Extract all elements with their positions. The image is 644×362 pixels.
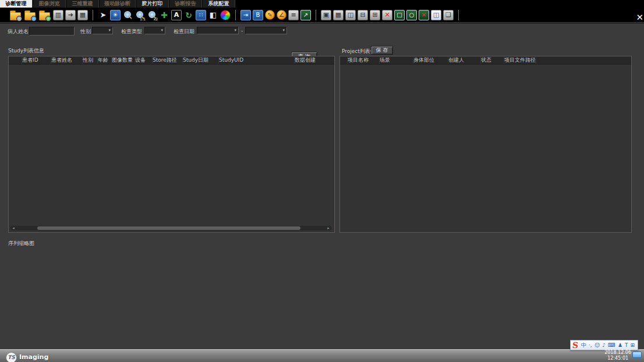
chevron-down-icon: ▾ bbox=[282, 29, 285, 33]
column-creator[interactable]: 创建人 bbox=[448, 56, 480, 64]
grid-2x2-icon[interactable]: ⊞ bbox=[370, 10, 380, 20]
roi-delete-icon[interactable]: ✕ bbox=[419, 10, 429, 20]
exam-date-start-select[interactable]: ▾ bbox=[197, 27, 239, 34]
column-image-count[interactable]: 图像数量 bbox=[111, 56, 135, 64]
refresh-icon[interactable]: ↻ bbox=[183, 10, 194, 20]
zoom-x2-icon[interactable]: x2 bbox=[147, 10, 157, 20]
study-list-panel: 患者ID 患者姓名 性别 年龄 图像数量 设备 Store路径 Study日期 … bbox=[8, 56, 335, 233]
show-desktop-button[interactable] bbox=[632, 352, 642, 358]
tab-carotid-diagnosis[interactable]: 颈动脉诊断 bbox=[100, 0, 136, 8]
system-time: 12:45:01 bbox=[604, 356, 631, 361]
toolbar-separator bbox=[316, 10, 316, 20]
input-method-bar: S 中 ·, ☺ ♪ ⌨ ♟ T ⊞ bbox=[570, 340, 638, 350]
system-clock[interactable]: 2018.12.06 12:45:01 bbox=[604, 350, 631, 361]
archive-box-icon[interactable]: ▦ bbox=[77, 10, 88, 20]
series-stack-icon[interactable]: ❏ bbox=[443, 10, 454, 20]
tab-film-print[interactable]: 胶片打印 bbox=[136, 0, 169, 8]
gender-label: 性别 bbox=[80, 28, 91, 36]
scrollbar-thumb[interactable] bbox=[37, 226, 300, 230]
tab-3d-reconstruction[interactable]: 三维重建 bbox=[66, 0, 99, 8]
exam-type-select[interactable]: ▾ bbox=[144, 27, 165, 34]
measure-angle-icon[interactable]: ∠ bbox=[277, 10, 286, 20]
open-folder-settings-icon[interactable] bbox=[10, 12, 21, 20]
column-study-date[interactable]: Study日期 bbox=[182, 56, 218, 64]
toolbar-separator bbox=[93, 10, 93, 20]
select-cursor-icon[interactable]: ➤ bbox=[98, 10, 108, 20]
color-palette-icon[interactable] bbox=[220, 10, 231, 20]
chevron-down-icon: ▾ bbox=[234, 29, 236, 33]
measure-draw-icon[interactable]: ✎ bbox=[265, 10, 275, 20]
date-range-separator: - bbox=[241, 28, 243, 34]
import-badge-icon bbox=[45, 16, 51, 22]
copy-document-icon[interactable]: ≡ bbox=[288, 10, 299, 20]
soft-keyboard-icon[interactable]: ⌨ bbox=[608, 341, 615, 349]
text-annotation-icon[interactable]: A bbox=[171, 10, 182, 20]
study-panel-title: Study列表信息 bbox=[8, 47, 44, 55]
vertical-panes-icon[interactable]: ◫ bbox=[431, 10, 441, 20]
column-project-name[interactable]: 项目名称 bbox=[347, 56, 379, 64]
monitor-grid-icon[interactable]: ▣ bbox=[321, 10, 331, 20]
image-list-icon[interactable]: ▥ bbox=[53, 10, 63, 20]
column-status[interactable]: 状态 bbox=[480, 56, 504, 64]
save-button[interactable]: 保 存 bbox=[371, 46, 393, 55]
grid-edit-icon[interactable]: ▦ bbox=[333, 10, 344, 20]
column-gender[interactable]: 性别 bbox=[82, 56, 97, 64]
send-to-monitor-icon[interactable]: ➜ bbox=[65, 10, 76, 20]
display-image-icon[interactable]: ☀ bbox=[110, 10, 121, 20]
study-horizontal-scrollbar[interactable]: ◂ ▸ bbox=[10, 226, 331, 230]
zoom-icon[interactable] bbox=[122, 10, 133, 20]
zoom-1to1-icon[interactable]: 1:1 bbox=[135, 10, 145, 20]
emoji-icon[interactable]: ☺ bbox=[595, 341, 600, 349]
patient-name-input[interactable] bbox=[29, 27, 75, 36]
open-folder-query-icon[interactable] bbox=[24, 12, 36, 20]
gender-select[interactable]: ▾ bbox=[92, 27, 113, 34]
close-icon[interactable]: ✕ bbox=[636, 13, 643, 22]
column-patient-name[interactable]: 患者姓名 bbox=[51, 56, 82, 64]
column-project-file-path[interactable]: 项目文件路径 bbox=[504, 56, 536, 64]
query-form: 病人姓名 性别 ▾ 检查类型 ▾ 检查日期 ▾ - ▾ 查 询 bbox=[0, 26, 644, 37]
taskbar[interactable] bbox=[0, 349, 644, 362]
tab-image-browse[interactable]: 图像浏览 bbox=[33, 0, 66, 8]
column-body-part[interactable]: 身体部位 bbox=[413, 56, 448, 64]
toolbar-separator bbox=[235, 10, 236, 20]
scroll-left-icon[interactable]: ◂ bbox=[10, 226, 16, 230]
search-badge-icon bbox=[31, 16, 37, 22]
toolbar-separator bbox=[458, 10, 459, 20]
tile-layout-icon[interactable]: ∷ bbox=[196, 10, 206, 20]
series-thumbnail-title: 序列缩略图 bbox=[8, 240, 34, 247]
invert-contrast-icon[interactable]: ◧ bbox=[208, 10, 218, 20]
pan-move-icon[interactable]: ✚ bbox=[159, 10, 169, 20]
project-list-panel: 项目名称 场景 身体部位 创建人 状态 项目文件路径 bbox=[339, 56, 632, 233]
toolbox-icon[interactable]: ⊞ bbox=[630, 341, 635, 349]
chinese-mode-icon[interactable]: 中 bbox=[581, 341, 586, 349]
exam-type-label: 检查类型 bbox=[121, 28, 142, 36]
punctuation-icon[interactable]: ·, bbox=[589, 341, 592, 349]
patient-name-label: 病人姓名 bbox=[8, 28, 29, 36]
column-scene[interactable]: 场景 bbox=[379, 56, 413, 64]
tab-diagnosis-report[interactable]: 诊断报告 bbox=[169, 0, 202, 8]
tab-diagnosis-management[interactable]: 诊断管理 bbox=[0, 0, 33, 8]
grid-clear-icon[interactable]: ✕ bbox=[382, 10, 392, 20]
roi-ellipse-icon[interactable]: ○ bbox=[406, 10, 417, 20]
column-patient-id[interactable]: 患者ID bbox=[22, 56, 51, 64]
exam-date-end-select[interactable]: ▾ bbox=[245, 27, 287, 34]
column-store-path[interactable]: Store路径 bbox=[152, 56, 182, 64]
tab-system-config[interactable]: 系统配置 bbox=[203, 0, 235, 8]
split-vertical-icon[interactable]: ◫ bbox=[345, 10, 356, 20]
roi-rectangle-icon[interactable]: □ bbox=[394, 10, 405, 20]
export-picture-icon[interactable]: ↗ bbox=[300, 10, 311, 20]
column-study-uid[interactable]: StudyUID bbox=[218, 56, 294, 64]
split-horizontal-icon[interactable]: ⊟ bbox=[358, 10, 368, 20]
handwriting-icon[interactable]: ♟ bbox=[618, 341, 622, 349]
column-data-created[interactable]: 数据创建 bbox=[294, 56, 317, 64]
app-logo: TS Imaging bbox=[6, 350, 48, 362]
skin-icon[interactable]: T bbox=[625, 341, 628, 349]
sogou-input-icon[interactable]: S bbox=[572, 341, 579, 349]
scroll-right-icon[interactable]: ▸ bbox=[325, 226, 331, 230]
layout-edit-icon[interactable]: B bbox=[253, 10, 263, 20]
open-folder-import-icon[interactable] bbox=[39, 12, 50, 20]
column-device[interactable]: 设备 bbox=[135, 56, 152, 64]
layout-export-icon[interactable]: ⇥ bbox=[240, 10, 251, 20]
voice-input-icon[interactable]: ♪ bbox=[602, 341, 606, 349]
column-age[interactable]: 年龄 bbox=[97, 56, 111, 64]
